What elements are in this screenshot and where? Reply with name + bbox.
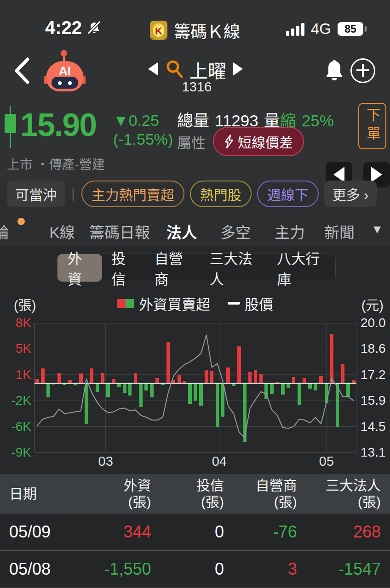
- column-unit: (張): [151, 494, 224, 510]
- tag-day-trade[interactable]: 可當沖: [7, 181, 65, 207]
- left-axis-tick: 8K: [0, 316, 31, 330]
- column-unit: (張): [78, 494, 151, 510]
- tag-more-button[interactable]: 更多 ›: [324, 181, 377, 207]
- right-triangle-icon: [371, 167, 382, 182]
- institution-subtabs: 外資投信自營商三大法人八大行庫: [57, 254, 336, 282]
- chart-legend: 外資買賣超 股價: [0, 293, 390, 314]
- change-value: ▼0.25: [113, 111, 173, 130]
- tag-pill-0[interactable]: 主力熱門賣超: [81, 181, 184, 207]
- right-axis-tick: 20.0: [361, 316, 386, 330]
- subtab-自營商[interactable]: 自營商: [145, 254, 201, 282]
- cell-value: 0: [151, 522, 224, 542]
- left-axis-tick: 5K: [0, 341, 31, 356]
- tag-pill-2[interactable]: 週線下: [257, 181, 319, 207]
- column-title: 三大法人: [297, 477, 381, 494]
- right-axis-tick: 17.2: [361, 368, 386, 382]
- left-axis-tick: -9K: [0, 445, 31, 460]
- column-header-投信: 投信(張): [151, 477, 224, 510]
- column-title: 自營商: [224, 477, 297, 494]
- cell-value: -1547: [297, 560, 381, 579]
- left-axis-tick: -6K: [0, 419, 31, 434]
- app-logo-icon: K: [150, 21, 167, 40]
- tag-divider: |: [70, 186, 76, 202]
- status-bar: 4:22 K 籌碼Ｋ線 4G 85: [0, 0, 390, 44]
- table-row[interactable]: 05/093440-76268: [0, 514, 390, 551]
- network-type: 4G: [311, 20, 331, 38]
- place-order-button[interactable]: 下單: [358, 103, 386, 149]
- chart-header: (張) 外資買賣超 股價 (元): [0, 293, 390, 314]
- column-header-外資: 外資(張): [78, 477, 151, 510]
- right-axis-tick: 15.9: [361, 393, 386, 408]
- stock-code: 1316: [155, 79, 238, 95]
- cell-value: 3: [224, 560, 297, 579]
- column-unit: (張): [297, 494, 381, 510]
- left-triangle-icon: [333, 167, 344, 182]
- volume-shrink-pct: 25%: [302, 112, 334, 130]
- tab-K線[interactable]: K線: [49, 220, 75, 243]
- tabbar-divider: [360, 212, 360, 245]
- column-header-日期: 日期: [9, 486, 78, 502]
- right-axis-unit: (元): [361, 294, 384, 314]
- nav-header: AI 上曜 1316: [0, 44, 390, 96]
- column-header-三大法人: 三大法人(張): [297, 477, 381, 510]
- cell-value: 268: [297, 522, 381, 542]
- tag-pill-1[interactable]: 熱門股: [190, 181, 252, 207]
- app-name: 籌碼Ｋ線: [174, 18, 240, 42]
- tab-輪[interactable]: 輪: [0, 220, 9, 243]
- current-price: 15.90: [20, 107, 96, 143]
- back-button[interactable]: [12, 57, 31, 87]
- tab-籌碼日報[interactable]: 籌碼日報: [89, 220, 150, 243]
- tab-法人[interactable]: 法人: [166, 220, 197, 243]
- market-category: 上市 ・傳產-營建: [7, 154, 105, 173]
- status-indicators: 4G 85: [286, 20, 363, 38]
- right-axis-tick: 18.6: [361, 341, 386, 356]
- x-axis-tick: 04: [212, 454, 227, 469]
- legend-line-swatch: [228, 302, 240, 305]
- ai-assistant-icon[interactable]: AI: [45, 50, 85, 90]
- signal-strength-icon: [286, 22, 304, 36]
- previous-stock-arrow-icon[interactable]: [148, 62, 158, 76]
- cell-value: 344: [78, 522, 151, 542]
- table-header-row: 日期外資(張)投信(張)自營商(張)三大法人(張): [0, 474, 390, 514]
- column-title: 投信: [151, 477, 224, 494]
- cell-value: -1,550: [78, 560, 151, 579]
- x-axis-tick: 03: [98, 454, 113, 469]
- subtab-投信[interactable]: 投信: [102, 254, 145, 282]
- tabbar-dropdown-icon[interactable]: ▼: [368, 222, 386, 237]
- tab-主力[interactable]: 主力: [275, 220, 305, 243]
- add-button[interactable]: [350, 58, 375, 83]
- attribute-label: 屬性: [177, 131, 206, 152]
- tag-row: 可當沖|主力熱門賣超熱門股週線下更多 ›: [0, 183, 390, 205]
- price-change: ▼0.25 (-1.55%): [113, 111, 173, 149]
- foreign-investor-chart[interactable]: 8K5K1K-2K-6K-9K20.018.617.215.914.513.10…: [0, 317, 390, 471]
- alert-bell-icon[interactable]: [324, 59, 345, 85]
- legend-bar-label: 外資買賣超: [139, 293, 210, 314]
- column-title: 外資: [78, 477, 151, 494]
- chart-plot[interactable]: [34, 323, 356, 452]
- x-axis-tick: 05: [319, 454, 334, 469]
- section-tabbar: ▼ 輪K線籌碼日報法人多空主力新聞: [0, 212, 390, 247]
- right-axis-tick: 13.1: [361, 445, 386, 460]
- lightning-icon: [224, 135, 234, 148]
- cell-date: 05/08: [9, 560, 78, 579]
- column-unit: (張): [224, 494, 297, 510]
- tab-badge-dot: [17, 218, 25, 225]
- subtab-外資[interactable]: 外資: [57, 254, 102, 282]
- tab-新聞[interactable]: 新聞: [324, 220, 355, 243]
- subtab-三大法人[interactable]: 三大法人: [201, 254, 268, 282]
- next-stock-arrow-icon[interactable]: [233, 62, 243, 76]
- right-axis-tick: 14.5: [361, 419, 386, 434]
- search-icon[interactable]: [165, 58, 185, 81]
- legend-buy-swatch: [117, 299, 126, 308]
- tab-多空[interactable]: 多空: [220, 220, 251, 243]
- left-axis-tick: 1K: [0, 368, 31, 382]
- column-header-自營商: 自營商(張): [224, 477, 297, 510]
- table-row[interactable]: 05/08-1,55003-1547: [0, 551, 390, 588]
- attribute-badge[interactable]: 短線價差: [213, 127, 304, 156]
- column-title: 日期: [9, 486, 78, 502]
- legend-line-label: 股價: [245, 293, 273, 314]
- cell-value: 0: [151, 560, 224, 579]
- subtab-八大行庫[interactable]: 八大行庫: [268, 254, 335, 282]
- cell-date: 05/09: [9, 522, 78, 542]
- battery-icon: 85: [338, 22, 363, 36]
